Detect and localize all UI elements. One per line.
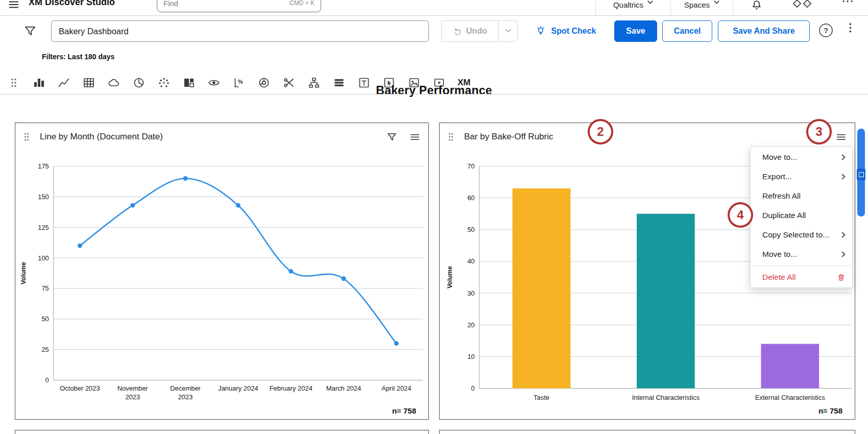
svg-text:40: 40	[467, 257, 474, 265]
dashboard-filter-icon[interactable]	[23, 25, 37, 40]
svg-text:Volume: Volume	[446, 266, 453, 288]
cancel-label: Cancel	[674, 27, 701, 36]
toolbar-separator	[0, 94, 868, 94]
next-row-widget-left	[15, 430, 429, 434]
find-search-input[interactable]: Find CMD + K	[157, 0, 321, 12]
find-shortcut-hint: CMD + K	[290, 0, 315, 7]
menu-item-duplicate-all[interactable]: Duplicate All	[751, 206, 852, 225]
widget-drag-handle-icon[interactable]	[23, 132, 30, 141]
line-widget-header: Line by Month (Document Date)	[15, 123, 428, 151]
cancel-button[interactable]: Cancel	[662, 20, 712, 42]
chevron-down-icon	[505, 29, 511, 33]
chevron-down-icon	[647, 1, 653, 5]
save-label: Save	[626, 27, 645, 36]
dashboard-name-input[interactable]	[51, 20, 429, 42]
svg-text:Internal Characteristics: Internal Characteristics	[632, 394, 700, 401]
undo-button-group: Undo	[441, 20, 518, 42]
svg-text:January 2024: January 2024	[218, 384, 258, 392]
submenu-chevron-icon	[841, 174, 846, 180]
qualtrics-dropdown[interactable]: Qualtrics	[595, 0, 671, 15]
undo-button[interactable]: Undo	[442, 21, 498, 41]
svg-text:175: 175	[38, 162, 49, 170]
notifications-bell-icon[interactable]	[751, 0, 763, 13]
svg-text:10: 10	[467, 353, 474, 360]
menu-item-move-to-2[interactable]: Move to...	[751, 245, 852, 264]
widget-drag-handle-icon[interactable]	[448, 132, 454, 141]
menu-item-label: Move to...	[762, 153, 797, 162]
app-menu-icon[interactable]	[8, 0, 19, 12]
lightbulb-icon	[535, 26, 546, 37]
svg-text:December: December	[170, 384, 201, 392]
trash-icon	[837, 273, 846, 282]
submenu-chevron-icon	[841, 232, 846, 238]
diamond-icons[interactable]	[790, 0, 814, 13]
svg-text:125: 125	[38, 224, 49, 231]
scrollbar-handle-icon[interactable]	[857, 168, 865, 180]
help-icon[interactable]: ?	[819, 23, 833, 37]
svg-text:2023: 2023	[125, 393, 140, 401]
menu-item-label: Export...	[762, 172, 792, 181]
menu-item-label: Move to...	[762, 250, 797, 259]
svg-text:External Characteristics: External Characteristics	[755, 394, 825, 401]
widget-context-menu: Move to... Export... Refresh All Duplica…	[750, 147, 853, 288]
submenu-chevron-icon	[841, 251, 846, 257]
svg-text:75: 75	[41, 284, 49, 292]
svg-text:Volume: Volume	[20, 262, 27, 284]
svg-text:30: 30	[467, 290, 474, 297]
svg-text:70: 70	[467, 162, 474, 170]
annotation-circle-2: 2	[588, 119, 613, 144]
find-placeholder: Find	[163, 0, 178, 8]
svg-text:March 2024: March 2024	[326, 384, 361, 392]
menu-item-copy-selected-to[interactable]: Copy Selected to...	[751, 225, 852, 245]
widget-menu-icon[interactable]	[409, 132, 420, 142]
menu-item-label: Delete All	[762, 273, 795, 282]
line-widget[interactable]: Line by Month (Document Date) 0255075100…	[15, 123, 429, 420]
save-and-share-button[interactable]: Save And Share	[718, 20, 810, 42]
svg-text:0: 0	[471, 384, 475, 392]
spaces-dropdown[interactable]: Spaces	[671, 0, 733, 15]
annotation-circle-3: 3	[806, 119, 832, 144]
svg-text:0: 0	[45, 376, 49, 384]
svg-text:50: 50	[41, 315, 49, 323]
annotation-circle-4: 4	[728, 202, 753, 228]
annotation-number: 2	[597, 125, 604, 139]
annotation-number: 3	[815, 125, 822, 139]
save-button[interactable]: Save	[614, 20, 657, 42]
app-title: XM Discover Studio	[29, 0, 115, 8]
menu-item-label: Copy Selected to...	[762, 230, 829, 239]
undo-history-caret[interactable]	[498, 21, 517, 41]
spot-check-button[interactable]: Spot Check	[523, 20, 609, 42]
undo-label: Undo	[466, 27, 487, 36]
bar-widget-title: Bar by Bake-Off Rubric	[464, 132, 553, 142]
filters-summary: Filters: Last 180 days	[42, 53, 114, 61]
widget-filter-icon[interactable]	[387, 132, 397, 142]
more-options-icon[interactable]: ⋯	[841, 0, 854, 8]
bar-sample-size: n= 758	[818, 406, 842, 415]
annotation-number: 4	[737, 208, 743, 222]
svg-text:February 2024: February 2024	[270, 384, 312, 392]
menu-divider	[751, 266, 852, 266]
dashboard-header: Undo Spot Check Save Cancel Save And Sha…	[0, 15, 868, 71]
svg-text:60: 60	[467, 194, 474, 202]
svg-text:November: November	[117, 384, 148, 392]
spot-check-label: Spot Check	[551, 27, 596, 36]
menu-item-export[interactable]: Export...	[751, 167, 852, 186]
next-row-widget-right	[439, 430, 855, 434]
page-title: Bakery Performance	[0, 84, 868, 98]
menu-item-refresh-all[interactable]: Refresh All	[751, 186, 852, 206]
menu-item-delete-all[interactable]: Delete All	[751, 268, 852, 287]
line-widget-title: Line by Month (Document Date)	[40, 132, 163, 142]
svg-text:October 2023: October 2023	[60, 384, 100, 392]
spaces-dropdown-label: Spaces	[684, 1, 710, 9]
kebab-menu-icon[interactable]: ⋮	[845, 21, 856, 34]
menu-item-move-to[interactable]: Move to...	[751, 148, 852, 167]
widget-menu-icon[interactable]	[836, 132, 847, 142]
chevron-down-icon	[714, 1, 719, 5]
svg-text:Taste: Taste	[534, 394, 549, 401]
svg-text:100: 100	[38, 254, 49, 262]
qualtrics-dropdown-label: Qualtrics	[613, 1, 643, 9]
line-chart[interactable]: 0255075100125150175VolumeOctober 2023Nov…	[15, 151, 428, 408]
svg-text:25: 25	[41, 346, 49, 353]
undo-icon	[453, 27, 462, 36]
xm-discover-studio-app: XM Discover Studio Find CMD + K Qualtric…	[0, 0, 868, 434]
